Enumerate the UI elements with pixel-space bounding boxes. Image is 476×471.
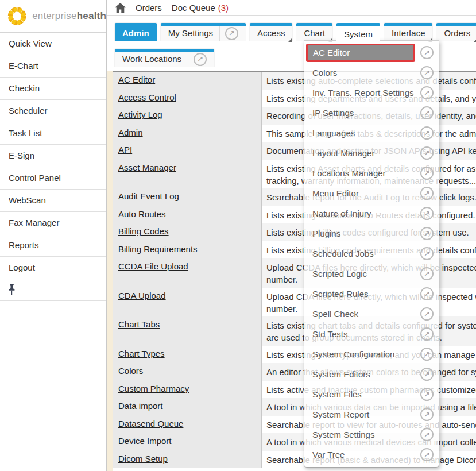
external-link-icon[interactable]: ↗	[420, 307, 434, 321]
menu-item-scheduled-jobs[interactable]: Scheduled Jobs↗	[304, 244, 439, 264]
sidebar-item-e-sign[interactable]: E-Sign	[0, 145, 106, 167]
menu-item-layout-manager[interactable]: Layout Manager↗	[304, 143, 439, 163]
menu-item-label: Scripted Rules	[306, 289, 420, 299]
menu-item-menu-editor[interactable]: Menu Editor↗	[304, 183, 439, 203]
admin-link-ac-editor[interactable]: AC Editor	[118, 75, 155, 84]
sidebar-item-scheduler[interactable]: Scheduler	[0, 100, 106, 122]
admin-link-colors[interactable]: Colors	[118, 366, 143, 376]
external-link-icon[interactable]: ↗	[420, 167, 434, 180]
admin-link-chart-tabs[interactable]: Chart Tabs	[118, 319, 160, 329]
tab-chart[interactable]: Chart	[296, 23, 332, 41]
menu-item-system-configuration[interactable]: System Configuration↗	[304, 344, 439, 364]
menu-item-colors[interactable]: Colors↗	[304, 63, 439, 83]
sidebar-item-quick-view[interactable]: Quick View	[0, 33, 106, 55]
pin-icon[interactable]	[7, 284, 16, 296]
sidebar-item-reports[interactable]: Reports	[0, 234, 106, 257]
external-link-icon[interactable]: ↗	[420, 86, 434, 99]
admin-link-cell: CDA Upload	[113, 288, 261, 317]
tab-label: Admin	[122, 26, 149, 41]
admin-link-audit-event-log[interactable]: Audit Event Log	[118, 191, 179, 201]
external-link-icon[interactable]: ↗	[420, 348, 434, 361]
tab-admin[interactable]: Admin	[115, 23, 157, 41]
external-link-icon[interactable]: ↗	[420, 247, 434, 260]
menu-item-var-tree[interactable]: Var Tree↗	[304, 445, 439, 465]
home-icon[interactable]	[115, 3, 126, 13]
external-link-icon[interactable]: ↗	[420, 388, 434, 401]
admin-link-billing-requirements[interactable]: Billing Requirements	[118, 244, 198, 254]
sidebar-item-webscan[interactable]: WebScan	[0, 190, 106, 212]
breadcrumb-orders[interactable]: Orders	[136, 3, 162, 13]
sidebar-item-logout[interactable]: Logout	[0, 257, 106, 279]
sidebar-item-checkin[interactable]: Checkin	[0, 78, 106, 100]
menu-item-scripted-logic[interactable]: Scripted Logic↗	[304, 264, 439, 284]
menu-item-ac-editor[interactable]: AC Editor↗	[304, 43, 439, 63]
external-link-icon[interactable]: ↗	[420, 448, 434, 461]
menu-item-std-tests[interactable]: Std Tests↗	[304, 324, 439, 344]
external-link-icon[interactable]: ↗	[420, 287, 434, 300]
admin-link-admin[interactable]: Admin	[118, 128, 143, 137]
external-link-icon[interactable]: ↗	[420, 106, 434, 119]
logo-word-health: health	[77, 10, 106, 21]
admin-link-cell: Chart Types	[113, 346, 261, 364]
tab-label: My Settings	[168, 26, 213, 41]
admin-link-asset-manager[interactable]: Asset Manager	[118, 163, 176, 172]
sidebar-item-task-list[interactable]: Task List	[0, 122, 106, 145]
admin-link-access-control[interactable]: Access Control	[118, 92, 176, 102]
menu-item-locations-manager[interactable]: Locations Manager↗	[304, 163, 439, 183]
external-link-icon[interactable]: ↗	[194, 53, 207, 66]
admin-link-cell: Custom Pharmacy	[113, 381, 261, 399]
tab-system[interactable]: System	[336, 23, 380, 43]
tab-orders[interactable]: Orders	[436, 23, 476, 41]
tab-label: Work Locations	[122, 52, 181, 67]
external-link-icon[interactable]: ↗	[420, 126, 434, 140]
external-link-icon[interactable]: ↗	[420, 207, 434, 220]
tab-access[interactable]: Access	[250, 23, 292, 41]
menu-item-nature-of-injury[interactable]: Nature of Injury↗	[304, 203, 439, 223]
admin-link-chart-types[interactable]: Chart Types	[118, 349, 165, 358]
admin-link-device-import[interactable]: Device Import	[118, 436, 172, 446]
menu-item-scripted-rules[interactable]: Scripted Rules↗	[304, 284, 439, 304]
tab-interface[interactable]: Interface	[384, 23, 432, 41]
breadcrumb: Orders Doc Queue (3)	[107, 0, 476, 16]
admin-link-cda-upload[interactable]: CDA Upload	[118, 291, 166, 300]
external-link-icon[interactable]: ↗	[420, 187, 434, 200]
admin-link-data-import[interactable]: Data import	[118, 401, 163, 411]
admin-link-datasend-queue[interactable]: Datasend Queue	[118, 419, 183, 428]
menu-item-languages[interactable]: Languages↗	[304, 123, 439, 143]
sidebar-item-e-chart[interactable]: E-Chart	[0, 55, 106, 78]
menu-item-ip-settings[interactable]: IP Settings↗	[304, 103, 439, 123]
sidebar-item-fax-manager[interactable]: Fax Manager	[0, 212, 106, 234]
admin-link-activity-log[interactable]: Activity Log	[118, 110, 162, 119]
external-link-icon[interactable]: ↗	[420, 66, 434, 79]
menu-item-label: Scheduled Jobs	[306, 249, 420, 258]
external-link-icon[interactable]: ↗	[420, 428, 434, 441]
menu-item-system-settings[interactable]: System Settings↗	[304, 424, 439, 445]
external-link-icon[interactable]: ↗	[420, 368, 434, 381]
menu-item-system-files[interactable]: System Files↗	[304, 384, 439, 404]
external-link-icon[interactable]: ↗	[420, 46, 434, 59]
external-link-icon[interactable]: ↗	[420, 267, 434, 280]
external-link-icon[interactable]: ↗	[420, 146, 434, 160]
menu-item-label: Spell Check	[306, 309, 420, 319]
admin-link-ccda-file-upload[interactable]: CCDA File Upload	[118, 261, 188, 271]
menu-item-plugins[interactable]: Plugins↗	[304, 223, 439, 244]
tab-my-settings[interactable]: My Settings↗	[161, 23, 246, 41]
tab-work-locations[interactable]: Work Locations↗	[115, 49, 214, 67]
sidebar-item-control-panel[interactable]: Control Panel	[0, 167, 106, 190]
admin-link-billing-codes[interactable]: Billing Codes	[118, 226, 169, 236]
menu-item-label: System Report	[306, 410, 420, 419]
menu-item-spell-check[interactable]: Spell Check↗	[304, 304, 439, 324]
admin-link-custom-pharmacy[interactable]: Custom Pharmacy	[118, 384, 189, 393]
menu-item-inv-trans-report-settings[interactable]: Inv. Trans. Report Settings↗	[304, 83, 439, 103]
admin-link-auto-routes[interactable]: Auto Routes	[118, 209, 166, 219]
menu-item-label: Std Tests	[306, 329, 420, 339]
admin-link-dicom-setup[interactable]: Dicom Setup	[118, 454, 168, 464]
external-link-icon[interactable]: ↗	[225, 27, 238, 40]
external-link-icon[interactable]: ↗	[420, 227, 434, 240]
breadcrumb-doc-queue[interactable]: Doc Queue	[172, 3, 215, 13]
menu-item-system-editors[interactable]: System Editors↗	[304, 364, 439, 384]
external-link-icon[interactable]: ↗	[420, 327, 434, 341]
menu-item-system-report[interactable]: System Report↗	[304, 404, 439, 424]
admin-link-api[interactable]: API	[118, 145, 132, 155]
external-link-icon[interactable]: ↗	[420, 408, 434, 421]
